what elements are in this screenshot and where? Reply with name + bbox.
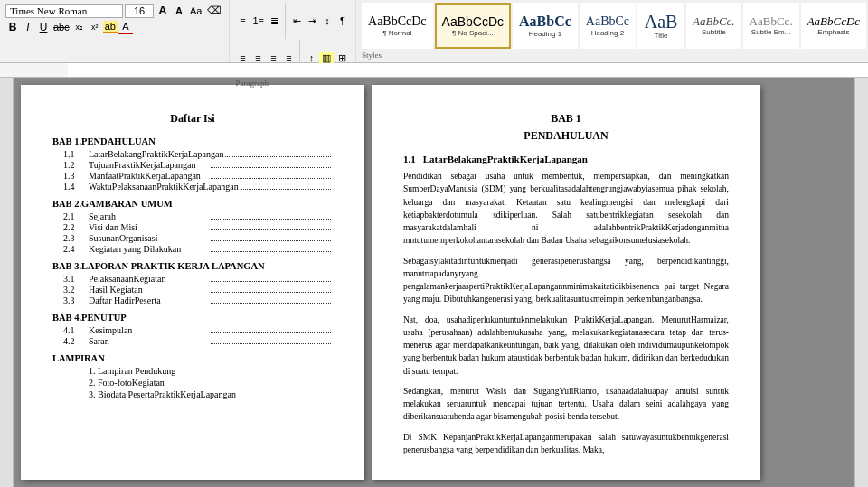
toc-title: Daftar Isi	[52, 112, 333, 126]
toc-chapter-3: BAB 3.LAPORAN PRAKTIK KERJA LAPANGAN	[52, 261, 333, 271]
toc-num: 2.4	[63, 244, 89, 254]
toc-dots	[211, 251, 331, 252]
align-left-button[interactable]: ≡	[235, 52, 250, 64]
section-title: LatarBelakangPraktikKerjaLapangan	[423, 154, 588, 164]
change-case-button[interactable]: Aa	[188, 5, 203, 17]
toc-text: PelaksanaanKegiatan	[89, 274, 209, 284]
bold-button[interactable]: B	[5, 20, 20, 34]
toc-num: 1.1	[63, 149, 89, 159]
highlight-button[interactable]: ab	[103, 21, 118, 33]
font-group-label	[5, 58, 223, 60]
toc-dots	[211, 281, 331, 282]
chapter-number: BAB 1	[403, 112, 729, 126]
toc-text: Sejarah	[89, 211, 209, 221]
toc-chapter-2: BAB 2.GAMBARAN UMUM	[52, 199, 333, 209]
grow-font-button[interactable]: A	[156, 3, 170, 18]
toc-text: Saran	[89, 336, 209, 346]
toc-dots	[211, 167, 331, 168]
show-formatting-button[interactable]: ¶	[335, 14, 350, 27]
toc-num: 3.2	[63, 285, 89, 295]
toc-dots	[211, 343, 331, 344]
toc-item-3-1: 3.1 PelaksanaanKegiatan	[52, 274, 333, 284]
paragraph-1: Pendidikan sebagai usaha untuk membentuk…	[403, 170, 729, 248]
line-spacing-button[interactable]: ↕	[304, 52, 318, 64]
styles-group-label: Styles	[362, 49, 868, 60]
style-emphasis-preview: AaBbCcDc	[807, 15, 860, 27]
toc-chapter-1: BAB 1.PENDAHULUAN	[52, 136, 333, 146]
shrink-font-button[interactable]: A	[172, 5, 186, 17]
toc-text: TujuanPraktikKerjaLapangan	[89, 160, 209, 170]
toc-dots	[211, 240, 331, 241]
toc-dots	[211, 229, 331, 230]
toc-chapter-4: BAB 4.PENUTUP	[52, 313, 333, 323]
numbering-button[interactable]: 1≡	[250, 14, 266, 27]
toc-appendix-item-2: Foto-fotoKegiatan	[78, 378, 333, 388]
styles-group: AaBbCcDc ¶ Normal AaBbCcDc ¶ No Spaci...…	[356, 0, 868, 62]
font-color-button[interactable]: A	[118, 20, 133, 34]
documents-container: Daftar Isi BAB 1.PENDAHULUAN 1.1 LatarBe…	[14, 78, 854, 487]
font-name-input[interactable]	[5, 4, 123, 18]
toc-text: LatarBelakangPraktikKerjaLapangan	[89, 149, 223, 159]
toc-num: 3.1	[63, 274, 89, 284]
style-heading1[interactable]: AaBbCc Heading 1	[513, 3, 578, 49]
style-emphasis[interactable]: AaBbCcDc Emphasis	[801, 3, 866, 49]
style-emphasis-label: Emphasis	[817, 28, 849, 36]
toc-item-3-3: 3.3 Daftar HadirPeserta	[52, 295, 333, 305]
style-normal[interactable]: AaBbCcDc ¶ Normal	[362, 3, 433, 49]
superscript-button[interactable]: x²	[88, 22, 102, 33]
style-heading2[interactable]: AaBbCc Heading 2	[580, 3, 636, 49]
multilevel-button[interactable]: ≣	[267, 14, 281, 28]
styles-items-row: AaBbCcDc ¶ Normal AaBbCcDc ¶ No Spaci...…	[362, 3, 868, 49]
toc-text: Hasil Kegiatan	[89, 285, 209, 295]
style-subtitle-label: Subtitle	[702, 28, 726, 36]
toc-item-3-2: 3.2 Hasil Kegiatan	[52, 285, 333, 295]
underline-button[interactable]: U	[36, 20, 51, 34]
style-subtitle[interactable]: AaBbCc. Subtitle	[686, 3, 741, 49]
sort-button[interactable]: ↕	[320, 14, 335, 27]
align-center-button[interactable]: ≡	[250, 52, 265, 64]
section-heading: 1.1 LatarBelakangPraktikKerjaLapangan	[403, 154, 729, 164]
toc-dots	[241, 189, 331, 190]
strikethrough-button[interactable]: abc	[52, 21, 71, 33]
left-margin	[0, 78, 14, 487]
left-page: Daftar Isi BAB 1.PENDAHULUAN 1.1 LatarBe…	[21, 85, 364, 480]
style-subtle-em[interactable]: AaBbCc. Subtle Em...	[743, 3, 799, 49]
style-h1-preview: AaBbCc	[519, 14, 571, 29]
toc-num: 1.3	[63, 171, 89, 181]
paragraph-group-label: Paragraph	[235, 77, 350, 88]
bullets-button[interactable]: ≡	[235, 14, 250, 27]
section-num: 1.1	[403, 154, 416, 164]
toc-item-1-3: 1.3 ManfaatPraktikKerjaLapangan	[52, 171, 333, 181]
italic-button[interactable]: I	[21, 20, 35, 34]
toc-item-2-2: 2.2 Visi dan Misi	[52, 222, 333, 232]
right-scrollbar[interactable]	[854, 78, 868, 487]
toc-item-2-1: 2.1 Sejarah	[52, 211, 333, 221]
ribbon: A A Aa ⌫ B I U abc x₂ x² ab A ≡ 1≡ ≣ ⇤ ⇥…	[0, 0, 868, 63]
justify-button[interactable]: ≡	[281, 52, 296, 64]
toc-dots	[211, 332, 331, 333]
style-normal-preview: AaBbCcDc	[368, 15, 427, 28]
toc-item-1-2: 1.2 TujuanPraktikKerjaLapangan	[52, 160, 333, 170]
toc-num: 2.3	[63, 233, 89, 243]
decrease-indent-button[interactable]: ⇤	[289, 14, 304, 28]
toc-item-4-1: 4.1 Kesimpulan	[52, 325, 333, 335]
toc-num: 2.1	[63, 211, 89, 221]
toc-num: 4.1	[63, 325, 89, 335]
toc-text: Kegiatan yang Dilakukan	[89, 244, 209, 254]
style-nospace-preview: AaBbCcDc	[442, 15, 504, 28]
style-h2-label: Heading 2	[591, 29, 624, 37]
style-title[interactable]: AaB Title	[637, 3, 684, 49]
align-right-button[interactable]: ≡	[266, 52, 280, 64]
style-subtle-preview: AaBbCc.	[750, 15, 793, 27]
paragraph-2: Sebagaisyiakitadintuntukmenjadi generasi…	[403, 255, 729, 306]
clear-format-button[interactable]: ⌫	[205, 4, 223, 17]
paragraph-group: ≡ 1≡ ≣ ⇤ ⇥ ↕ ¶ ≡ ≡ ≡ ≡ ↕ ▥ ⊞ Paragraph	[230, 0, 356, 62]
style-no-spacing[interactable]: AaBbCcDc ¶ No Spaci...	[435, 3, 511, 49]
toc-num: 4.2	[63, 336, 89, 346]
subscript-button[interactable]: x₂	[72, 22, 87, 33]
font-group: A A Aa ⌫ B I U abc x₂ x² ab A	[0, 0, 230, 62]
toc-item-1-4: 1.4 WaktuPelaksanaanPraktikKerjaLapangan	[52, 182, 333, 192]
toc-appendix-item-1: Lampiran Pendukung	[78, 366, 333, 376]
increase-indent-button[interactable]: ⇥	[305, 14, 319, 28]
font-size-input[interactable]	[125, 4, 154, 18]
